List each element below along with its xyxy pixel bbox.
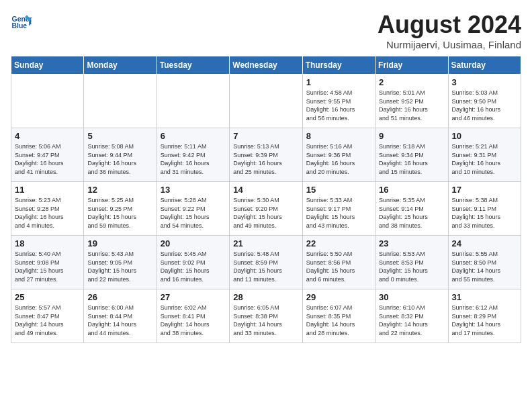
weekday-header: Thursday xyxy=(302,56,375,75)
calendar-cell: 7Sunrise: 5:13 AM Sunset: 9:39 PM Daylig… xyxy=(230,128,302,182)
day-info: Sunrise: 5:48 AM Sunset: 8:59 PM Dayligh… xyxy=(233,250,298,283)
calendar-cell: 18Sunrise: 5:40 AM Sunset: 9:08 PM Dayli… xyxy=(11,236,84,289)
svg-text:Blue: Blue xyxy=(12,22,28,30)
calendar-cell: 9Sunrise: 5:18 AM Sunset: 9:34 PM Daylig… xyxy=(375,128,448,182)
location-subtitle: Nurmijaervi, Uusimaa, Finland xyxy=(378,39,521,50)
calendar-week-row: 11Sunrise: 5:23 AM Sunset: 9:28 PM Dayli… xyxy=(11,182,521,236)
day-number: 22 xyxy=(306,238,371,248)
day-info: Sunrise: 5:40 AM Sunset: 9:08 PM Dayligh… xyxy=(15,250,80,283)
day-info: Sunrise: 5:55 AM Sunset: 8:50 PM Dayligh… xyxy=(452,250,517,283)
day-info: Sunrise: 5:13 AM Sunset: 9:39 PM Dayligh… xyxy=(233,142,298,176)
day-number: 12 xyxy=(87,185,152,195)
day-number: 18 xyxy=(15,238,80,248)
calendar-cell: 22Sunrise: 5:50 AM Sunset: 8:56 PM Dayli… xyxy=(302,236,375,289)
day-info: Sunrise: 5:38 AM Sunset: 9:11 PM Dayligh… xyxy=(452,196,517,230)
day-info: Sunrise: 5:06 AM Sunset: 9:47 PM Dayligh… xyxy=(15,142,80,176)
day-info: Sunrise: 4:58 AM Sunset: 9:55 PM Dayligh… xyxy=(306,89,371,122)
calendar-cell: 20Sunrise: 5:45 AM Sunset: 9:02 PM Dayli… xyxy=(157,236,229,289)
day-number: 30 xyxy=(379,292,444,302)
calendar-cell: 15Sunrise: 5:33 AM Sunset: 9:17 PM Dayli… xyxy=(302,182,375,236)
weekday-header: Friday xyxy=(375,56,448,75)
calendar-week-row: 1Sunrise: 4:58 AM Sunset: 9:55 PM Daylig… xyxy=(11,75,521,128)
day-info: Sunrise: 5:50 AM Sunset: 8:56 PM Dayligh… xyxy=(306,250,371,283)
calendar-cell xyxy=(84,75,157,128)
day-number: 2 xyxy=(379,77,444,87)
day-number: 3 xyxy=(452,77,517,87)
day-number: 13 xyxy=(161,185,226,195)
weekday-header: Wednesday xyxy=(230,56,302,75)
weekday-header: Tuesday xyxy=(157,56,229,75)
calendar-cell: 29Sunrise: 6:07 AM Sunset: 8:35 PM Dayli… xyxy=(302,289,375,343)
day-info: Sunrise: 5:25 AM Sunset: 9:25 PM Dayligh… xyxy=(87,196,152,230)
calendar-week-row: 25Sunrise: 5:57 AM Sunset: 8:47 PM Dayli… xyxy=(11,289,521,343)
day-info: Sunrise: 5:33 AM Sunset: 9:17 PM Dayligh… xyxy=(306,196,371,230)
day-number: 29 xyxy=(306,292,371,302)
calendar-cell: 4Sunrise: 5:06 AM Sunset: 9:47 PM Daylig… xyxy=(11,128,84,182)
calendar-cell: 8Sunrise: 5:16 AM Sunset: 9:36 PM Daylig… xyxy=(302,128,375,182)
day-number: 5 xyxy=(87,131,152,141)
calendar-cell: 13Sunrise: 5:28 AM Sunset: 9:22 PM Dayli… xyxy=(157,182,229,236)
day-number: 15 xyxy=(306,185,371,195)
calendar-cell: 17Sunrise: 5:38 AM Sunset: 9:11 PM Dayli… xyxy=(448,182,521,236)
calendar-cell: 25Sunrise: 5:57 AM Sunset: 8:47 PM Dayli… xyxy=(11,289,84,343)
calendar-cell: 24Sunrise: 5:55 AM Sunset: 8:50 PM Dayli… xyxy=(448,236,521,289)
day-info: Sunrise: 5:21 AM Sunset: 9:31 PM Dayligh… xyxy=(452,142,517,176)
day-info: Sunrise: 5:03 AM Sunset: 9:50 PM Dayligh… xyxy=(452,89,517,122)
day-number: 17 xyxy=(452,185,517,195)
calendar-cell xyxy=(230,75,302,128)
title-block: August 2024 Nurmijaervi, Uusimaa, Finlan… xyxy=(378,11,521,50)
calendar-cell: 27Sunrise: 6:02 AM Sunset: 8:41 PM Dayli… xyxy=(157,289,229,343)
calendar-cell: 21Sunrise: 5:48 AM Sunset: 8:59 PM Dayli… xyxy=(230,236,302,289)
day-info: Sunrise: 5:28 AM Sunset: 9:22 PM Dayligh… xyxy=(161,196,226,230)
day-number: 8 xyxy=(306,131,371,141)
day-number: 19 xyxy=(87,238,152,248)
day-info: Sunrise: 6:05 AM Sunset: 8:38 PM Dayligh… xyxy=(233,304,298,337)
day-info: Sunrise: 5:43 AM Sunset: 9:05 PM Dayligh… xyxy=(87,250,152,283)
day-number: 9 xyxy=(379,131,444,141)
day-number: 26 xyxy=(87,292,152,302)
weekday-header: Saturday xyxy=(448,56,521,75)
page-header: General Blue August 2024 Nurmijaervi, Uu… xyxy=(11,11,521,50)
calendar-cell: 12Sunrise: 5:25 AM Sunset: 9:25 PM Dayli… xyxy=(84,182,157,236)
day-number: 11 xyxy=(15,185,80,195)
logo: General Blue xyxy=(11,11,35,32)
weekday-header-row: SundayMondayTuesdayWednesdayThursdayFrid… xyxy=(11,56,521,75)
day-info: Sunrise: 6:00 AM Sunset: 8:44 PM Dayligh… xyxy=(87,304,152,337)
month-title: August 2024 xyxy=(378,11,521,39)
day-number: 1 xyxy=(306,77,371,87)
day-number: 16 xyxy=(379,185,444,195)
calendar-cell: 28Sunrise: 6:05 AM Sunset: 8:38 PM Dayli… xyxy=(230,289,302,343)
calendar-week-row: 4Sunrise: 5:06 AM Sunset: 9:47 PM Daylig… xyxy=(11,128,521,182)
day-info: Sunrise: 5:18 AM Sunset: 9:34 PM Dayligh… xyxy=(379,142,444,176)
calendar-cell: 16Sunrise: 5:35 AM Sunset: 9:14 PM Dayli… xyxy=(375,182,448,236)
calendar-cell: 31Sunrise: 6:12 AM Sunset: 8:29 PM Dayli… xyxy=(448,289,521,343)
day-number: 23 xyxy=(379,238,444,248)
day-number: 6 xyxy=(161,131,226,141)
calendar-cell: 5Sunrise: 5:08 AM Sunset: 9:44 PM Daylig… xyxy=(84,128,157,182)
weekday-header: Sunday xyxy=(11,56,84,75)
weekday-header: Monday xyxy=(84,56,157,75)
day-number: 7 xyxy=(233,131,298,141)
day-number: 21 xyxy=(233,238,298,248)
day-number: 25 xyxy=(15,292,80,302)
calendar-cell: 23Sunrise: 5:53 AM Sunset: 8:53 PM Dayli… xyxy=(375,236,448,289)
day-info: Sunrise: 5:16 AM Sunset: 9:36 PM Dayligh… xyxy=(306,142,371,176)
calendar-cell: 19Sunrise: 5:43 AM Sunset: 9:05 PM Dayli… xyxy=(84,236,157,289)
day-number: 28 xyxy=(233,292,298,302)
day-number: 24 xyxy=(452,238,517,248)
calendar-cell: 11Sunrise: 5:23 AM Sunset: 9:28 PM Dayli… xyxy=(11,182,84,236)
day-info: Sunrise: 5:53 AM Sunset: 8:53 PM Dayligh… xyxy=(379,250,444,283)
day-info: Sunrise: 5:35 AM Sunset: 9:14 PM Dayligh… xyxy=(379,196,444,230)
calendar-cell: 6Sunrise: 5:11 AM Sunset: 9:42 PM Daylig… xyxy=(157,128,229,182)
calendar-cell: 1Sunrise: 4:58 AM Sunset: 9:55 PM Daylig… xyxy=(302,75,375,128)
day-number: 31 xyxy=(452,292,517,302)
calendar-cell: 2Sunrise: 5:01 AM Sunset: 9:52 PM Daylig… xyxy=(375,75,448,128)
day-number: 10 xyxy=(452,131,517,141)
logo-icon: General Blue xyxy=(11,11,32,32)
calendar-cell xyxy=(157,75,229,128)
day-info: Sunrise: 6:10 AM Sunset: 8:32 PM Dayligh… xyxy=(379,304,444,337)
calendar-cell: 3Sunrise: 5:03 AM Sunset: 9:50 PM Daylig… xyxy=(448,75,521,128)
day-info: Sunrise: 5:11 AM Sunset: 9:42 PM Dayligh… xyxy=(161,142,226,176)
day-info: Sunrise: 5:45 AM Sunset: 9:02 PM Dayligh… xyxy=(161,250,226,283)
day-info: Sunrise: 5:30 AM Sunset: 9:20 PM Dayligh… xyxy=(233,196,298,230)
